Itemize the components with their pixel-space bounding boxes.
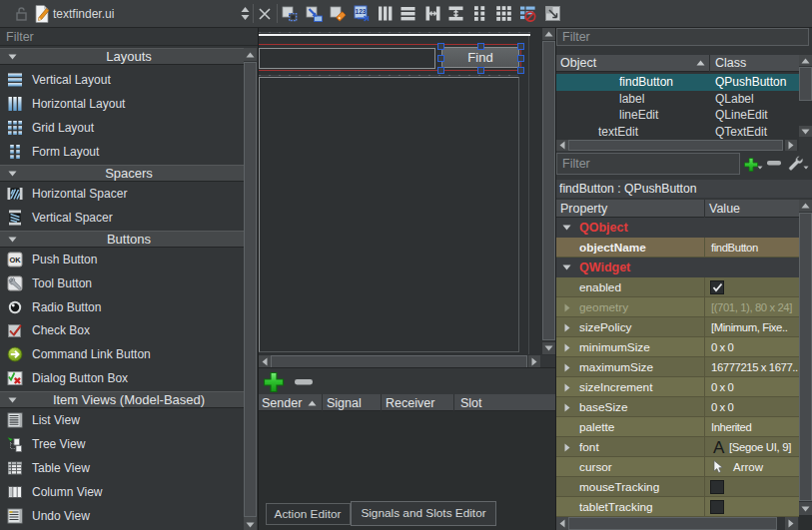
svg-text:OK: OK [9,256,21,265]
svg-text:123: 123 [356,8,367,15]
